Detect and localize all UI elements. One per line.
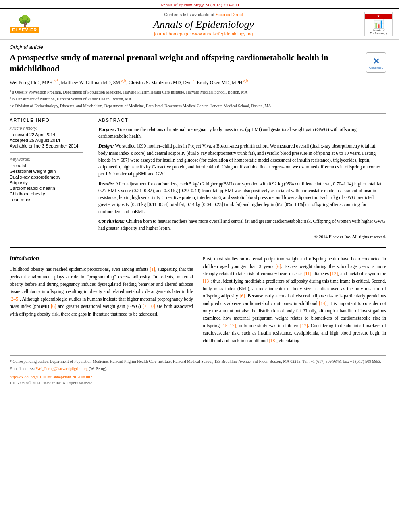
article-info-abstract: ARTICLE INFO Article history: Received 2… [10,118,386,239]
design-label: Design: [98,143,114,149]
crossmark-icon: ✕ [373,56,380,66]
journal-title-block: Contents lists available at ScienceDirec… [43,12,364,36]
ref-15-17: [15–17] [221,323,236,328]
email-link[interactable]: Wei_Perng@harvardpilgrim.org [36,366,88,371]
results-text: After adjustment for confounders, each 5… [98,181,383,214]
ref-6b: [6] [276,264,281,269]
elsevier-tree-icon: 🌳 [18,16,32,27]
purpose-label: Purpose: [98,127,116,132]
intro-left-para: Childhood obesity has reached epidemic p… [10,266,193,318]
keyword-lean-mass: Lean mass [10,197,83,202]
issn-line: 1047-2797/© 2014 Elsevier Inc. All right… [10,380,386,386]
ref-18: [18] [269,338,276,343]
ref-14: [14] [319,301,326,306]
article-info-header: ARTICLE INFO [10,118,83,123]
ref-7-10: [7–10] [143,304,155,309]
journal-homepage: journal homepage: www.annalsofepidemiolo… [43,31,364,36]
abstract: ABSTRACT Purpose: To examine the relatio… [98,118,386,239]
body-left-col: Introduction Childhood obesity has reach… [10,255,193,347]
ref-1: [1] [150,267,155,272]
ref-6: [6] [51,304,56,309]
body-two-col: Introduction Childhood obesity has reach… [10,255,386,347]
abstract-copyright: © 2014 Elsevier Inc. All rights reserved… [98,234,386,239]
journal-logo-icon: 📊 [373,19,384,29]
purpose-text: To examine the relations of maternal pre… [98,127,357,139]
main-content: Original article A prospective study of … [0,40,399,390]
sciencedirect-link[interactable]: ScienceDirect [216,12,243,17]
introduction-heading: Introduction [10,255,193,262]
keyword-adiposity: Adiposity [10,180,83,185]
body-right-col: First, most studies on maternal peripart… [203,255,386,347]
crossmark-label: CrossMark [369,66,383,69]
conclusions-label: Conclusions: [98,218,125,224]
intro-right-para: First, most studies on maternal peripart… [203,255,386,344]
history-label: Article history: [10,126,83,131]
accepted-date: Accepted 25 August 2014 [10,138,83,143]
ref-13: [13] [203,278,210,283]
available-date: Available online 3 September 2014 [10,143,83,148]
abstract-header: ABSTRACT [98,118,386,123]
keyword-gwg: Gestational weight gain [10,169,83,174]
affiliation-b: b b Department of Nutrition, Harvard Sch… [10,95,386,102]
ref-6c: [6] [240,293,245,298]
affiliation-c: c c Division of Endocrinology, Diabetes,… [10,102,386,109]
elsevier-text: ELSEVIER [10,27,39,33]
keyword-dxa: Dual x-ray absorptiometry [10,175,83,179]
journal-header: 🌳 ELSEVIER Contents lists available at S… [0,8,399,40]
ref-12: [12] [330,271,338,276]
keywords-label: Keywords: [10,157,83,162]
article-info: ARTICLE INFO Article history: Received 2… [10,118,90,239]
journal-logo-name: Annals ofEpidemiology [370,29,387,35]
affiliations: a a Obesity Prevention Program, Departme… [10,88,386,109]
abstract-design: Design: We studied 1090 mother–child pai… [98,142,386,177]
ref-17: [17] [300,323,308,328]
info-divider [10,152,83,153]
received-date: Received 22 April 2014 [10,132,83,137]
keyword-cardiometabolic: Cardiometabolic health [10,186,83,191]
abstract-results: Results: After adjustment for confounder… [98,180,386,215]
journal-logo-top: ▼ [365,14,392,19]
journal-logo-box: ▼ 📊 Annals ofEpidemiology [364,12,393,36]
abstract-conclusions: Conclusions: Children born to heavier mo… [98,218,386,232]
keyword-obesity: Childhood obesity [10,191,83,196]
footnote-section: * Corresponding author. Department of Po… [10,355,386,386]
email-label: E-mail address: [10,366,35,371]
design-text: We studied 1090 mother–child pairs in Pr… [98,143,381,176]
ref-2-5: [2–5] [10,297,20,301]
article-type: Original article [10,44,386,50]
crossmark-badge[interactable]: ✕ CrossMark [366,52,386,73]
footnote-corresponding: * Corresponding author. Department of Po… [10,358,386,364]
journal-reference: Annals of Epidemiology 24 (2014) 793–800 [0,0,399,8]
email-person: (W. Perng). [89,366,107,371]
article-title: A prospective study of maternal prenatal… [10,52,340,75]
elsevier-logo: 🌳 ELSEVIER [6,14,43,34]
journal-title: Annals of Epidemiology [43,19,364,31]
doi-line[interactable]: http://dx.doi.org/10.1016/j.annepidem.20… [10,374,386,380]
footnote-email: E-mail address: Wei_Perng@harvardpilgrim… [10,366,386,372]
results-label: Results: [98,181,114,187]
conclusions-text: Children born to heavier mothers have mo… [98,219,385,231]
keyword-prenatal: Prenatal [10,163,83,168]
header-divider [10,113,386,114]
ref-11: [11] [304,271,312,276]
title-row: A prospective study of maternal prenatal… [10,52,386,78]
authors-line: Wei Perng PhD, MPH a,*, Matthew W. Gillm… [10,78,386,87]
abstract-purpose: Purpose: To examine the relations of mat… [98,126,386,140]
affiliation-a: a a Obesity Prevention Program, Departme… [10,88,386,95]
sciencedirect-line: Contents lists available at ScienceDirec… [43,12,364,17]
body-section: Introduction Childhood obesity has reach… [10,247,386,347]
